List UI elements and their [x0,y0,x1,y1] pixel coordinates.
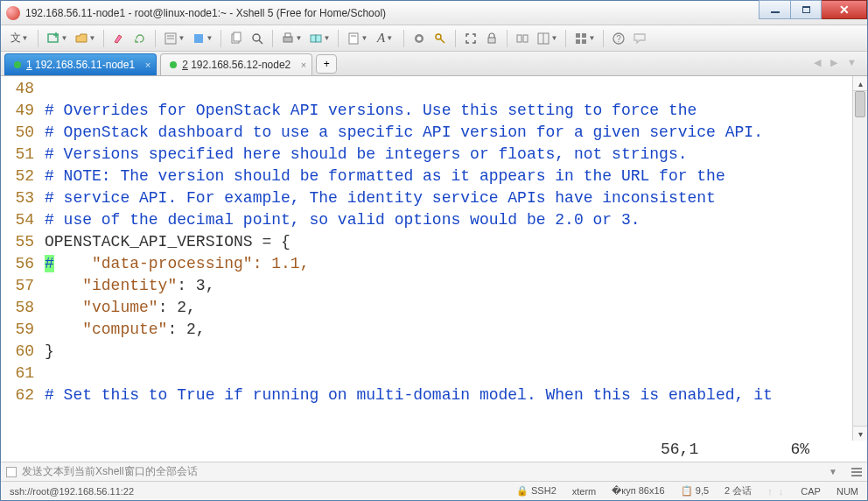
scroll-down-button[interactable]: ▾ [853,426,867,441]
session-count: 2 会话 [724,484,752,497]
tab-label: 1 192.168.56.11-node1 [26,59,135,71]
tunneling-button[interactable] [513,29,532,48]
titlebar[interactable]: 192.168.56.11-node1 - root@linux-node1:~… [1,1,867,25]
caps-indicator: CAP [801,486,821,497]
svg-rect-21 [488,38,495,43]
svg-rect-28 [576,39,580,44]
svg-rect-23 [523,35,528,42]
tabbar: 1 192.168.56.11-node1×2 192.168.56.12-no… [1,52,867,76]
vim-status-line: 56,1 6% [1,441,867,462]
svg-point-17 [415,34,424,43]
script-button[interactable]: ▼ [344,29,370,48]
cursor-pos: 📋 9,5 [681,485,709,497]
reconnect-button[interactable] [130,29,150,48]
add-tab-button[interactable]: + [316,54,337,74]
open-button[interactable]: ▼ [72,29,98,48]
fullscreen-button[interactable] [461,29,480,48]
svg-rect-15 [349,33,358,44]
svg-rect-12 [285,33,290,37]
broadcast-checkbox[interactable] [6,467,17,477]
print-button[interactable]: ▼ [278,29,304,48]
broadcast-menu-icon[interactable] [851,468,862,476]
tab-close-icon[interactable]: × [145,60,150,70]
broadcast-bar: 发送文本到当前Xshell窗口的全部会话 ▼ [1,462,867,481]
svg-line-20 [440,39,444,43]
maximize-button[interactable] [790,0,822,19]
copy-button[interactable] [227,29,246,48]
svg-rect-29 [582,39,586,44]
svg-rect-27 [582,33,586,38]
session-tab[interactable]: 1 192.168.56.11-node1× [4,53,157,75]
toolbar: 文▼ ▼ ▼ ▼ ▼ ▼ ▼ ▼ A▼ ▼ ▼ ? [1,25,867,52]
status-dot-icon [14,61,21,68]
new-session-button[interactable]: ▼ [44,29,70,48]
svg-rect-24 [538,33,549,44]
key-button[interactable] [430,29,450,48]
app-icon [6,6,20,20]
search-button[interactable] [248,29,267,48]
svg-rect-0 [48,34,58,42]
close-button[interactable]: ✕ [822,0,867,19]
layout-button[interactable]: ▼ [534,29,560,48]
statusbar: ssh://root@192.168.56.11:22 🔒 SSH2 xterm… [1,481,867,500]
tab-close-icon[interactable]: × [301,60,306,70]
scroll-up-button[interactable]: ▴ [853,76,867,91]
svg-point-30 [613,33,624,44]
svg-rect-7 [232,34,239,43]
broadcast-dropdown[interactable]: ▼ [829,467,837,476]
cloud-button[interactable] [410,29,429,48]
svg-rect-11 [284,37,292,42]
code-content[interactable]: # Overrides for OpenStack API versions. … [39,76,852,441]
status-arrows-icon: ↑ ↓ [767,486,785,497]
tab-nav-arrows[interactable]: ◀ ▶ ▼ [814,57,860,68]
font-button[interactable]: A▼ [372,29,398,48]
scroll-thumb[interactable] [855,91,865,117]
svg-line-10 [259,40,262,44]
broadcast-input[interactable]: 发送文本到当前Xshell窗口的全部会话 [22,464,823,479]
svg-rect-26 [576,33,580,38]
svg-rect-3 [165,33,176,44]
lock-button[interactable] [482,29,501,48]
window-title: 192.168.56.11-node1 - root@linux-node1:~… [25,7,759,19]
svg-point-9 [253,34,260,41]
line-gutter: 48 49 50 51 52 53 54 55 56 57 58 59 60 6… [1,76,39,441]
chat-button[interactable] [630,29,649,48]
tab-label: 2 192.168.56.12-node2 [182,59,290,71]
properties-button[interactable]: ▼ [161,29,187,48]
session-tab[interactable]: 2 192.168.56.12-node2× [160,53,312,75]
svg-rect-13 [311,35,316,42]
terminal-area: 48 49 50 51 52 53 54 55 56 57 58 59 60 6… [1,76,867,462]
svg-rect-22 [517,35,522,42]
highlighter-button[interactable] [109,29,129,48]
term-size: �куп 86x16 [612,485,664,497]
status-dot-icon [170,61,177,68]
color-button[interactable]: ▼ [189,29,215,48]
encoding-button[interactable]: 文▼ [6,29,32,48]
help-button[interactable]: ? [609,29,628,48]
svg-text:?: ? [616,34,621,44]
transfer-button[interactable]: ▼ [306,29,332,48]
connection-string: ssh://root@192.168.56.11:22 [10,486,134,497]
svg-rect-6 [194,34,203,43]
term-type: xterm [572,486,597,497]
svg-rect-14 [316,35,321,42]
app-window: 192.168.56.11-node1 - root@linux-node1:~… [0,0,868,501]
svg-rect-8 [234,32,241,41]
tile-button[interactable]: ▼ [571,29,598,48]
lock-icon: 🔒 SSH2 [516,485,556,497]
minimize-button[interactable] [759,0,790,19]
vertical-scrollbar[interactable]: ▴ ▾ [852,76,867,441]
svg-point-18 [417,36,422,40]
num-indicator: NUM [836,486,858,497]
svg-point-19 [436,34,441,39]
